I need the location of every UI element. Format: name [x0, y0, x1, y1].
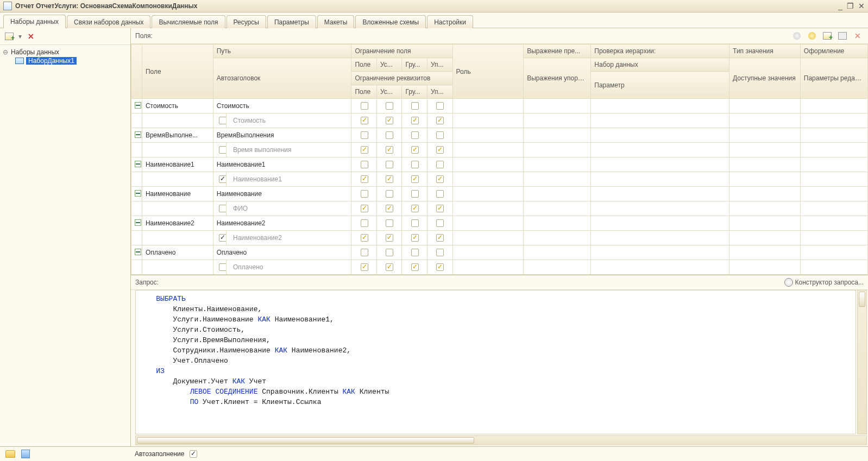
minimize-icon[interactable]: _ [838, 2, 842, 10]
chk-cond[interactable] [386, 175, 393, 183]
col-vtype[interactable]: Тип значения [729, 45, 801, 58]
chk-cond[interactable] [386, 234, 393, 242]
col-role[interactable]: Роль [452, 45, 524, 99]
col-field[interactable]: Поле [142, 45, 213, 99]
chk-order[interactable] [436, 175, 444, 183]
tree-root[interactable]: ⊖ Наборы данных [2, 47, 128, 57]
auto-title-checkbox[interactable] [219, 175, 227, 183]
tree-item-dataset1[interactable]: НаборДанных1 [15, 57, 128, 65]
autofill-toggle[interactable]: Автозаполнение [135, 449, 199, 459]
tool-delete[interactable]: ✕ [852, 30, 864, 42]
collapse-icon[interactable] [135, 102, 141, 109]
chk-cond[interactable] [386, 161, 393, 168]
chk-order[interactable] [436, 102, 444, 110]
chk-group[interactable] [411, 131, 419, 139]
tab-settings[interactable]: Настройки [427, 15, 473, 28]
tab-links[interactable]: Связи наборов данных [67, 15, 150, 28]
col-auto[interactable]: Автозаголовок [213, 58, 351, 99]
chk-order[interactable] [436, 190, 444, 198]
cell-path[interactable]: Оплачено [213, 245, 351, 260]
cell-auto-title[interactable]: Наименование2 [227, 231, 351, 245]
cell-auto-title[interactable]: Время выполнения [227, 143, 351, 157]
chk-group[interactable] [411, 146, 419, 154]
save-button[interactable] [20, 448, 32, 460]
cell-field[interactable]: Наименование2 [142, 216, 213, 231]
chk-order[interactable] [436, 146, 444, 154]
chk-cond[interactable] [386, 146, 393, 154]
cell-path[interactable]: Наименование2 [213, 216, 351, 231]
table-row-sub[interactable]: Стоимость [131, 113, 868, 128]
chk-order[interactable] [436, 234, 444, 242]
chk-order[interactable] [436, 219, 444, 227]
vertical-scrollbar[interactable] [857, 290, 867, 434]
chk-field[interactable] [361, 219, 368, 227]
cell-auto-title[interactable]: ФИО [227, 201, 351, 216]
chk-field[interactable] [361, 146, 368, 154]
cell-field[interactable]: Стоимость [142, 99, 213, 113]
chk-field[interactable] [361, 263, 368, 271]
chk-cond[interactable] [386, 219, 393, 227]
col-editparams[interactable]: Параметры редактирования [800, 58, 867, 99]
scroll-thumb[interactable] [137, 437, 474, 444]
col-hier[interactable]: Проверка иерархии: [591, 45, 729, 58]
tab-datasets[interactable]: Наборы данных [3, 15, 66, 28]
col-decor[interactable]: Оформление [800, 45, 867, 58]
tab-resources[interactable]: Ресурсы [227, 15, 266, 28]
cell-path[interactable]: Наименование1 [213, 157, 351, 172]
chk-group[interactable] [411, 102, 419, 110]
query-editor[interactable]: ВЫБРАТЬ Клиенты.Наименование, Услуги.Наи… [135, 290, 856, 434]
chk-group[interactable] [411, 263, 419, 271]
collapse-icon[interactable] [135, 249, 141, 255]
cell-path[interactable]: Стоимость [213, 99, 351, 113]
table-row-sub[interactable]: Наименование2 [131, 231, 868, 245]
table-row[interactable]: ВремяВыполне...ВремяВыполнения [131, 128, 868, 143]
table-row[interactable]: ОплаченоОплачено [131, 245, 868, 260]
chk-order[interactable] [436, 249, 444, 256]
cell-field[interactable]: ВремяВыполне... [142, 128, 213, 143]
query-constructor-button[interactable]: Конструктор запроса... [784, 278, 864, 287]
add-dataset-button[interactable] [3, 30, 15, 42]
chk-group[interactable] [411, 205, 419, 212]
table-row[interactable]: НаименованиеНаименование [131, 187, 868, 201]
table-row-sub[interactable]: ФИО [131, 201, 868, 216]
chk-field[interactable] [361, 161, 368, 168]
col-path[interactable]: Путь [213, 45, 351, 58]
chk-order[interactable] [436, 161, 444, 168]
delete-dataset-button[interactable]: ✕ [25, 30, 37, 42]
table-row-sub[interactable]: Наименование1 [131, 172, 868, 187]
cell-path[interactable]: ВремяВыполнения [213, 128, 351, 143]
chk-cond[interactable] [386, 190, 393, 198]
table-row[interactable]: Наименование2Наименование2 [131, 216, 868, 231]
cell-field[interactable]: Оплачено [142, 245, 213, 260]
chk-group[interactable] [411, 234, 419, 242]
collapse-icon[interactable]: ⊖ [2, 48, 9, 56]
tab-params[interactable]: Параметры [267, 15, 316, 28]
chk-group[interactable] [411, 249, 419, 256]
chk-order[interactable] [436, 263, 444, 271]
tab-layouts[interactable]: Макеты [317, 15, 355, 28]
tool-1[interactable] [791, 30, 803, 42]
dataset-tree[interactable]: ⊖ Наборы данных НаборДанных1 [0, 45, 130, 446]
table-row[interactable]: СтоимостьСтоимость [131, 99, 868, 113]
col-expr[interactable]: Выражение пре... [524, 45, 591, 58]
chk-cond[interactable] [386, 117, 393, 124]
auto-title-checkbox[interactable] [219, 263, 227, 271]
col-limit-field[interactable]: Ограничение поля [351, 45, 452, 58]
chk-field[interactable] [361, 175, 368, 183]
cell-auto-title[interactable]: Оплачено [227, 260, 351, 275]
auto-title-checkbox[interactable] [219, 146, 227, 154]
tab-calc-fields[interactable]: Вычисляемые поля [152, 15, 225, 28]
tab-nested[interactable]: Вложенные схемы [355, 15, 426, 28]
chk-field[interactable] [361, 234, 368, 242]
auto-title-checkbox[interactable] [219, 117, 227, 124]
chk-cond[interactable] [386, 263, 393, 271]
scroll-thumb[interactable] [859, 292, 865, 307]
chk-field[interactable] [361, 117, 368, 124]
maximize-icon[interactable]: ❐ [847, 2, 854, 10]
chk-group[interactable] [411, 161, 419, 168]
cell-path[interactable]: Наименование [213, 187, 351, 201]
collapse-icon[interactable] [135, 131, 141, 138]
chk-field[interactable] [361, 190, 368, 198]
fields-grid[interactable]: Поле Путь Ограничение поля Роль Выражени… [131, 44, 868, 275]
collapse-icon[interactable] [135, 219, 141, 226]
